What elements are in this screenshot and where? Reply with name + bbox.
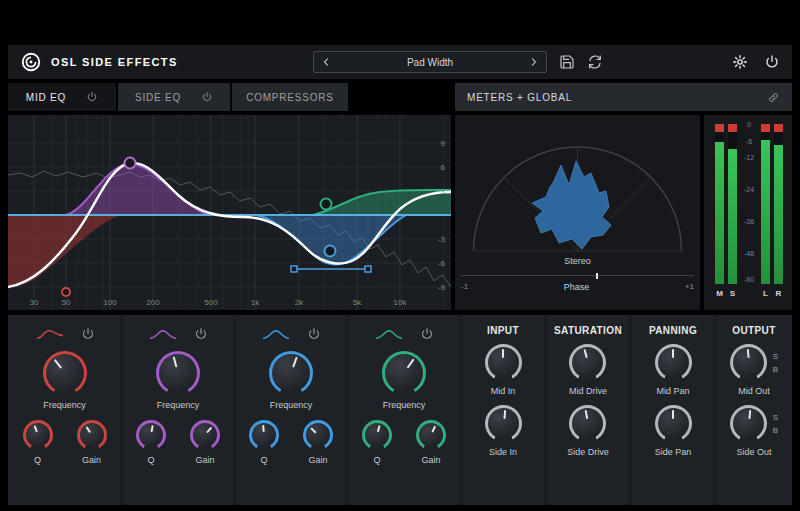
side-out-knob[interactable] <box>730 405 767 442</box>
band-2-gain-knob[interactable] <box>190 420 220 450</box>
goniometer-display <box>455 123 700 255</box>
band-1-gain-label: Gain <box>82 455 101 465</box>
mid-out-knob[interactable] <box>730 344 767 381</box>
band-2-power-icon[interactable] <box>194 327 208 341</box>
band-3-gain-knob[interactable] <box>303 420 333 450</box>
controls-section: Frequency Q Gain <box>8 315 792 505</box>
mid-pan-label: Mid Pan <box>656 386 689 396</box>
band-3-power-icon[interactable] <box>307 327 321 341</box>
tab-mid-eq[interactable]: MID EQ <box>8 83 116 111</box>
phase-indicator <box>596 273 598 279</box>
db-label: -9 <box>438 283 446 292</box>
app-logo-icon <box>20 51 42 73</box>
tab-side-eq[interactable]: SIDE EQ <box>118 83 230 111</box>
top-bar: OSL SIDE EFFECTS Pad Width <box>8 45 792 79</box>
link-icon[interactable] <box>767 91 780 104</box>
tab-meters-global[interactable]: METERS + GLOBAL <box>455 83 792 111</box>
saturation-section-title: SATURATION <box>554 325 622 336</box>
band-1-gain-knob[interactable] <box>77 420 107 450</box>
tab-side-eq-label: SIDE EQ <box>135 92 181 103</box>
next-preset-icon[interactable] <box>530 56 538 68</box>
eq-graph[interactable]: 9 6 3 -3 -6 -9 30 50 100 200 500 1k 2k 5… <box>8 115 451 310</box>
freq-label: 200 <box>146 298 160 307</box>
band-4-frequency-knob[interactable] <box>382 351 426 395</box>
stereo-field-shape <box>532 161 611 249</box>
band-4-gain-knob[interactable] <box>416 420 446 450</box>
band-3-q-knob[interactable] <box>249 420 279 450</box>
band-2-q-knob[interactable] <box>136 420 166 450</box>
side-in-knob[interactable] <box>485 405 522 442</box>
reload-preset-icon[interactable] <box>587 54 603 70</box>
low-shelf-handle[interactable] <box>62 288 70 296</box>
band-low-shelf-fill <box>8 215 126 287</box>
band-4-q-label: Q <box>373 455 380 465</box>
band-3-q-label: Q <box>260 455 267 465</box>
phase-meter: -1 Phase +1 <box>461 275 694 292</box>
freq-label: 2k <box>295 298 304 307</box>
level-meters-panel: M S 0 -6 -12 -24 -36 -48 - <box>704 115 792 310</box>
band-4-high-shelf-controls: Frequency Q Gain <box>347 315 460 505</box>
goniometer-panel: Stereo -1 Phase +1 <box>455 115 700 310</box>
mid-drive-knob[interactable] <box>569 344 606 381</box>
mid-out-bypass-button[interactable]: B <box>773 365 778 374</box>
band-2-shape-icon[interactable] <box>148 328 178 341</box>
band-3-gain-label: Gain <box>308 455 327 465</box>
app-title: OSL SIDE EFFECTS <box>51 56 178 68</box>
mid-pan-knob[interactable] <box>655 344 692 381</box>
mid-out-label: Mid Out <box>738 386 770 396</box>
master-power-icon[interactable] <box>764 54 780 70</box>
tab-compressors[interactable]: COMPRESSORS <box>232 83 348 111</box>
band-2-bell-controls: Frequency Q Gain <box>121 315 234 505</box>
preset-selector[interactable]: Pad Width <box>313 51 547 73</box>
band-2-frequency-knob[interactable] <box>156 351 200 395</box>
previous-preset-icon[interactable] <box>322 56 330 68</box>
panning-section: PANNING Mid Pan Side Pan <box>630 315 715 505</box>
mid-in-knob[interactable] <box>485 344 522 381</box>
input-section-title: INPUT <box>487 325 519 336</box>
bell-boost-handle[interactable] <box>125 158 136 169</box>
side-drive-label: Side Drive <box>567 447 609 457</box>
side-eq-power-icon[interactable] <box>201 91 213 103</box>
freq-label: 30 <box>30 298 39 307</box>
freq-label: 10k <box>394 298 408 307</box>
band-1-frequency-knob[interactable] <box>43 351 87 395</box>
side-drive-knob[interactable] <box>569 405 606 442</box>
bell-cut-width-handle-right[interactable] <box>365 266 371 272</box>
band-3-frequency-knob[interactable] <box>269 351 313 395</box>
db-label: 9 <box>441 139 446 148</box>
input-section: INPUT Mid In Side In <box>460 315 545 505</box>
band-2-gain-label: Gain <box>195 455 214 465</box>
band-2-q-label: Q <box>147 455 154 465</box>
bell-cut-handle[interactable] <box>325 246 336 257</box>
tab-mid-eq-label: MID EQ <box>26 92 66 103</box>
band-4-power-icon[interactable] <box>420 327 434 341</box>
band-4-q-knob[interactable] <box>362 420 392 450</box>
band-3-shape-icon[interactable] <box>261 328 291 341</box>
side-level-meter <box>728 124 737 284</box>
mid-in-label: Mid In <box>491 386 516 396</box>
left-level-meter <box>761 124 770 284</box>
mid-out-solo-button[interactable]: S <box>773 352 778 361</box>
side-out-solo-button[interactable]: S <box>773 413 778 422</box>
band-1-power-icon[interactable] <box>81 327 95 341</box>
settings-gear-icon[interactable] <box>732 54 748 70</box>
save-preset-icon[interactable] <box>559 54 575 70</box>
mid-eq-power-icon[interactable] <box>86 91 98 103</box>
band-1-q-knob[interactable] <box>23 420 53 450</box>
phase-min-label: -1 <box>461 282 468 292</box>
band-1-low-shelf-controls: Frequency Q Gain <box>8 315 121 505</box>
side-pan-knob[interactable] <box>655 405 692 442</box>
phase-axis-label: Phase <box>564 282 590 292</box>
side-out-bypass-button[interactable]: B <box>773 426 778 435</box>
bell-cut-width-handle-left[interactable] <box>291 266 297 272</box>
plugin-window: OSL SIDE EFFECTS Pad Width MID EQ <box>0 0 800 511</box>
meter-db-scale: 0 -6 -12 -24 -36 -48 -60 <box>740 124 758 284</box>
mid-side-meters: M S <box>715 124 737 298</box>
side-pan-label: Side Pan <box>655 447 692 457</box>
band-1-shape-icon[interactable] <box>35 328 65 341</box>
band-4-shape-icon[interactable] <box>374 328 404 341</box>
mid-drive-label: Mid Drive <box>569 386 607 396</box>
high-shelf-handle[interactable] <box>321 199 332 210</box>
output-section-title: OUTPUT <box>732 325 776 336</box>
band-2-frequency-label: Frequency <box>157 400 200 410</box>
